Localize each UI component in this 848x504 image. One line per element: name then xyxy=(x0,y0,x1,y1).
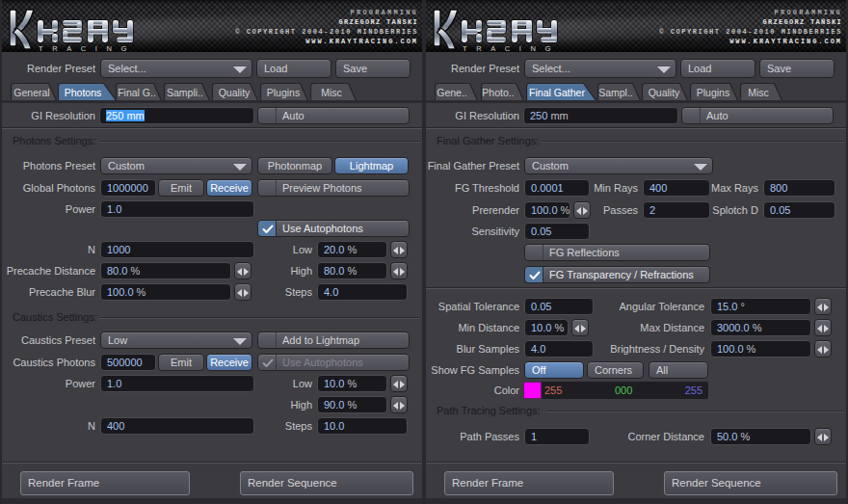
svg-text:Plugins: Plugins xyxy=(267,87,300,98)
svg-text:TRACING: TRACING xyxy=(463,44,560,53)
svg-text:Final G..: Final G.. xyxy=(118,87,156,98)
svg-text:Plugins: Plugins xyxy=(697,87,729,98)
svg-text:Misc: Misc xyxy=(748,87,769,98)
svg-text:Final Gather: Final Gather xyxy=(529,87,585,98)
svg-text:Quality: Quality xyxy=(649,87,680,98)
svg-text:Misc: Misc xyxy=(321,87,342,98)
svg-text:General: General xyxy=(13,87,49,98)
svg-text:Quality: Quality xyxy=(219,87,251,98)
svg-text:TRACING: TRACING xyxy=(39,44,136,53)
svg-text:Gene..: Gene.. xyxy=(437,87,467,98)
svg-text:Sampli..: Sampli.. xyxy=(167,87,203,98)
svg-text:Sampl..: Sampl.. xyxy=(598,87,633,98)
svg-text:Photo..: Photo.. xyxy=(482,87,514,98)
svg-text:Photons: Photons xyxy=(65,87,102,98)
